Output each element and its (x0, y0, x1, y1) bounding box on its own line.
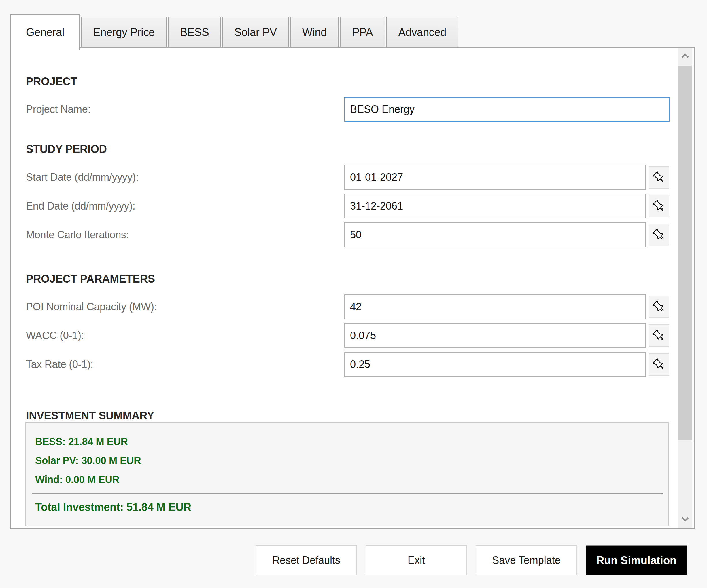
investment-summary-box: BESS: 21.84 M EUR Solar PV: 30.00 M EUR … (25, 422, 669, 526)
wacc-label: WACC (0-1): (26, 330, 84, 342)
field-row-start-date: Start Date (dd/mm/yyyy): (11, 165, 674, 190)
start-date-label: Start Date (dd/mm/yyyy): (26, 171, 139, 183)
poi-capacity-pin-button[interactable] (648, 296, 669, 318)
tax-rate-input[interactable] (344, 352, 646, 377)
scroll-up-button[interactable] (678, 48, 692, 65)
tab-bar: General Energy Price BESS Solar PV Wind … (10, 14, 458, 48)
solar-investment-line: Solar PV: 30.00 M EUR (35, 451, 659, 470)
tab-solar-pv[interactable]: Solar PV (222, 17, 289, 48)
reset-defaults-button[interactable]: Reset Defaults (256, 545, 357, 575)
field-row-monte-carlo: Monte Carlo Iterations: (11, 222, 674, 247)
section-title-project-parameters: PROJECT PARAMETERS (26, 272, 155, 285)
pushpin-icon (652, 329, 665, 342)
save-template-button[interactable]: Save Template (476, 545, 577, 575)
footer-button-row: Reset Defaults Exit Save Template Run Si… (256, 545, 687, 575)
field-row-wacc: WACC (0-1): (11, 323, 674, 348)
section-title-study-period: STUDY PERIOD (26, 143, 107, 155)
wacc-input[interactable] (344, 323, 646, 348)
pushpin-icon (652, 228, 665, 241)
field-row-poi-capacity: POI Nominal Capacity (MW): (11, 294, 674, 319)
pushpin-icon (652, 200, 665, 212)
end-date-input[interactable] (344, 194, 646, 218)
tab-general[interactable]: General (10, 14, 80, 49)
scroll-thumb[interactable] (678, 66, 692, 440)
field-row-tax-rate: Tax Rate (0-1): (11, 352, 674, 377)
run-simulation-button[interactable]: Run Simulation (586, 545, 687, 575)
bess-investment-line: BESS: 21.84 M EUR (35, 432, 659, 451)
exit-button[interactable]: Exit (366, 545, 467, 575)
field-row-project-name: Project Name: (11, 97, 674, 122)
chevron-down-icon (681, 517, 689, 523)
tab-advanced[interactable]: Advanced (386, 17, 459, 48)
tab-bess[interactable]: BESS (168, 17, 221, 48)
end-date-label: End Date (dd/mm/yyyy): (26, 200, 135, 212)
investment-divider (32, 493, 663, 493)
wacc-pin-button[interactable] (648, 324, 669, 347)
tab-energy-price[interactable]: Energy Price (81, 17, 167, 48)
total-investment-line: Total Investment: 51.84 M EUR (35, 501, 659, 513)
monte-carlo-pin-button[interactable] (648, 224, 669, 246)
general-tab-panel: PROJECT Project Name: STUDY PERIOD Start… (10, 47, 695, 529)
scrollbar[interactable] (678, 48, 692, 528)
section-title-project: PROJECT (26, 75, 77, 88)
pushpin-icon (652, 358, 665, 371)
field-row-end-date: End Date (dd/mm/yyyy): (11, 194, 674, 218)
poi-capacity-input[interactable] (344, 294, 646, 319)
pushpin-icon (652, 300, 665, 313)
section-title-investment-summary: INVESTMENT SUMMARY (26, 409, 154, 422)
start-date-pin-button[interactable] (648, 166, 669, 188)
project-name-input[interactable] (344, 97, 670, 122)
end-date-pin-button[interactable] (648, 195, 669, 217)
poi-capacity-label: POI Nominal Capacity (MW): (26, 301, 157, 313)
tab-wind[interactable]: Wind (290, 17, 339, 48)
chevron-up-icon (681, 53, 689, 59)
scroll-down-button[interactable] (678, 511, 692, 528)
wind-investment-line: Wind: 0.00 M EUR (35, 470, 659, 489)
pushpin-icon (652, 171, 665, 184)
tax-rate-pin-button[interactable] (648, 353, 669, 376)
tab-ppa[interactable]: PPA (340, 17, 385, 48)
project-name-label: Project Name: (26, 103, 91, 115)
start-date-input[interactable] (344, 165, 646, 190)
tax-rate-label: Tax Rate (0-1): (26, 358, 93, 370)
monte-carlo-input[interactable] (344, 222, 646, 247)
monte-carlo-label: Monte Carlo Iterations: (26, 229, 129, 241)
